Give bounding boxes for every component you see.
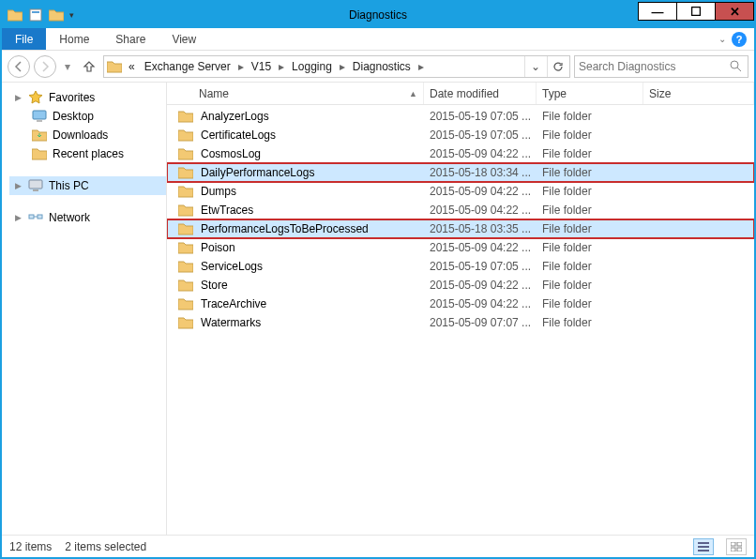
folder-icon [32,128,47,142]
file-name: CosmosLog [201,147,424,160]
chevron-down-icon[interactable]: ▾ [69,10,74,20]
svg-rect-9 [38,215,42,219]
file-row[interactable]: EtwTraces2015-05-09 04:22 ...File folder [167,201,754,219]
file-date: 2015-05-09 04:22 ... [424,241,537,254]
file-row[interactable]: Poison2015-05-09 04:22 ...File folder [167,238,754,257]
file-name: EtwTraces [201,204,424,217]
navigation-pane: ▶ Favorites Desktop Downloads Recent pla… [2,83,167,535]
view-tiles-button[interactable] [726,538,747,555]
view-details-button[interactable] [693,538,714,555]
file-date: 2015-05-09 04:22 ... [424,204,537,217]
back-button[interactable] [8,55,30,78]
file-date: 2015-05-09 04:22 ... [424,147,537,160]
breadcrumb[interactable]: Exchange Server [141,60,234,73]
file-list[interactable]: AnalyzerLogs2015-05-19 07:05 ...File fol… [167,105,754,535]
file-name: TraceArchive [201,297,424,310]
svg-rect-7 [33,189,38,191]
folder-icon [106,60,123,73]
column-name[interactable]: Name ▲ [193,83,424,104]
svg-rect-11 [737,542,742,546]
file-name: Dumps [201,185,424,198]
collapse-icon[interactable]: ▶ [13,181,23,190]
close-button[interactable]: ✕ [715,2,754,21]
file-row[interactable]: CosmosLog2015-05-09 04:22 ...File folder [167,144,754,163]
file-row[interactable]: TraceArchive2015-05-09 04:22 ...File fol… [167,295,754,313]
address-bar[interactable]: « Exchange Server▸ V15▸ Logging▸ Diagnos… [103,55,570,78]
folder-icon [178,316,193,329]
column-type[interactable]: Type [537,83,643,104]
collapse-icon[interactable]: ▶ [13,213,23,222]
nav-desktop[interactable]: Desktop [9,107,166,126]
file-tab[interactable]: File [2,28,46,50]
up-button[interactable] [79,56,99,77]
nav-favorites[interactable]: ▶ Favorites [9,88,166,107]
window-buttons: — ✕ [639,2,754,28]
quick-access-toolbar: ▾ [2,8,80,23]
search-icon[interactable] [727,60,744,72]
nav-network[interactable]: ▶ Network [9,208,166,227]
breadcrumb[interactable]: V15 [248,60,275,73]
tab-view[interactable]: View [159,28,209,50]
svg-rect-2 [692,8,701,16]
file-name: PerformanceLogsToBeProcessed [201,222,424,235]
nav-recent-places[interactable]: Recent places [9,144,166,163]
navbar: ▾ « Exchange Server▸ V15▸ Logging▸ Diagn… [2,51,754,83]
column-label: Size [649,87,671,100]
tab-label: View [172,33,196,46]
breadcrumb[interactable]: Logging [288,60,336,73]
file-row[interactable]: ServiceLogs2015-05-19 07:05 ...File fold… [167,257,754,276]
folder-icon [178,128,193,142]
refresh-button[interactable] [547,56,567,77]
status-count: 12 items [9,540,52,553]
history-dropdown-button[interactable]: ⌄ [524,56,545,77]
desktop-icon [32,110,47,123]
collapse-icon[interactable]: ▶ [13,93,23,102]
file-date: 2015-05-19 07:05 ... [424,110,537,123]
network-icon [28,211,43,224]
chevron-right-icon[interactable]: ▸ [338,60,347,73]
folder-icon [8,8,23,22]
file-row[interactable]: Watermarks2015-05-09 07:07 ...File folde… [167,313,754,332]
file-type: File folder [537,279,643,292]
new-folder-icon[interactable] [49,8,64,22]
chevron-right-icon[interactable]: ▸ [236,60,246,73]
file-row[interactable]: AnalyzerLogs2015-05-19 07:05 ...File fol… [167,107,754,126]
maximize-button[interactable] [676,2,716,21]
properties-icon[interactable] [28,8,43,23]
nav-this-pc[interactable]: ▶ This PC [9,176,166,195]
breadcrumb[interactable]: Diagnostics [349,60,415,73]
file-row[interactable]: PerformanceLogsToBeProcessed2015-05-18 0… [167,219,754,238]
search-box[interactable] [574,55,748,78]
forward-button[interactable] [34,55,56,78]
nav-label: This PC [49,179,89,192]
file-row[interactable]: DailyPerformanceLogs2015-05-18 03:34 ...… [167,163,754,182]
file-type: File folder [537,204,643,217]
tab-home[interactable]: Home [46,28,102,50]
nav-downloads[interactable]: Downloads [9,126,166,144]
tab-share[interactable]: Share [102,28,159,50]
column-size[interactable]: Size [643,83,754,104]
chevron-right-icon[interactable]: ▸ [416,60,426,73]
file-row[interactable]: Store2015-05-09 04:22 ...File folder [167,276,754,295]
folder-icon [178,222,193,235]
file-name: Poison [201,241,424,254]
file-date: 2015-05-09 04:22 ... [424,279,537,292]
file-name: Watermarks [201,316,424,329]
tab-label: Home [59,33,89,46]
file-name: CertificateLogs [201,128,424,142]
file-name: Store [201,279,424,292]
search-input[interactable] [579,60,727,73]
minimize-button[interactable]: — [638,2,677,21]
expand-ribbon-icon[interactable]: ⌄ [718,34,726,44]
svg-rect-12 [731,548,735,551]
svg-point-3 [731,61,738,68]
help-button[interactable]: ? [732,32,747,47]
column-date[interactable]: Date modified [424,83,537,104]
chevron-right-icon[interactable]: ▸ [277,60,286,73]
recent-locations-button[interactable]: ▾ [60,55,75,78]
folder-icon [178,110,193,123]
breadcrumb-prefix[interactable]: « [125,60,139,73]
file-row[interactable]: CertificateLogs2015-05-19 07:05 ...File … [167,126,754,144]
file-date: 2015-05-19 07:05 ... [424,260,537,273]
file-row[interactable]: Dumps2015-05-09 04:22 ...File folder [167,182,754,201]
